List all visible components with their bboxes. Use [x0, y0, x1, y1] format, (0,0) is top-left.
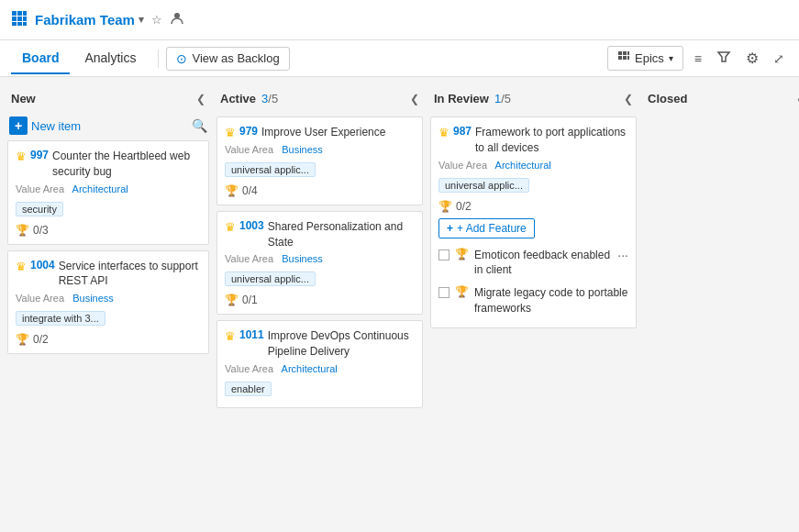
card-1004-crown-icon: ♛: [16, 260, 27, 273]
view-backlog-icon: ⊙: [176, 51, 187, 66]
svg-rect-1: [17, 11, 22, 16]
header-icons: ☆: [151, 11, 184, 28]
app-grid-icon[interactable]: [11, 10, 28, 29]
column-count-active: 3/5: [261, 92, 278, 105]
svg-rect-15: [627, 56, 629, 60]
card-1003-tag: universal applic...: [225, 272, 316, 286]
columns-settings-icon[interactable]: ≡: [691, 48, 705, 70]
new-item-row: + New item 🔍: [7, 116, 209, 135]
feature-more-icon-0[interactable]: ···: [617, 248, 628, 262]
svg-rect-14: [623, 56, 627, 60]
card-997[interactable]: ♛ 997 Counter the Heartbleed web securit…: [7, 140, 209, 245]
card-987-trophy-icon: 🏆: [438, 200, 452, 213]
card-1004-value: Value Area Business: [16, 293, 201, 304]
card-979-tag: universal applic...: [225, 162, 316, 177]
card-997-footer: 🏆 0/3: [16, 224, 201, 237]
tab-analytics[interactable]: Analytics: [73, 43, 147, 74]
view-as-backlog-button[interactable]: ⊙ View as Backlog: [166, 47, 289, 71]
card-997-tag: security: [16, 202, 63, 216]
svg-rect-8: [23, 22, 27, 26]
card-997-value: Value Area Architectural: [16, 183, 201, 194]
search-icon[interactable]: 🔍: [192, 118, 207, 133]
card-979-footer: 🏆 0/4: [225, 184, 415, 197]
svg-rect-5: [23, 17, 27, 21]
epics-button[interactable]: Epics ▾: [607, 46, 683, 71]
card-997-top: ♛ 997 Counter the Heartbleed web securit…: [16, 149, 201, 180]
epics-chevron-icon: ▾: [669, 53, 673, 63]
card-997-trophy-icon: 🏆: [16, 224, 29, 237]
card-987-top: ♛ 987 Framework to port applications to …: [438, 125, 628, 156]
tab-board[interactable]: Board: [11, 43, 70, 74]
svg-point-9: [174, 13, 180, 18]
feature-item-0: 🏆 Emoticon feedback enabled in client ··…: [438, 244, 628, 283]
card-987-value: Value Area Architectural: [438, 160, 628, 171]
feature-checkbox-0[interactable]: [438, 249, 449, 260]
card-1011-crown-icon: ♛: [225, 329, 236, 343]
card-1004[interactable]: ♛ 1004 Service interfaces to support RES…: [7, 250, 209, 355]
column-header-in-review: In Review 1/5 ❮: [430, 86, 637, 111]
card-987-tag: universal applic...: [438, 178, 529, 193]
card-979-top: ♛ 979 Improve User Experience: [225, 125, 415, 140]
nav-right-actions: Epics ▾ ≡ ⚙ ⤢: [607, 46, 788, 71]
feature-checkbox-1[interactable]: [438, 287, 449, 298]
card-1011-value: Value Area Architectural: [225, 363, 415, 374]
column-title-new: New: [11, 92, 36, 105]
feature-crown-icon-0: 🏆: [455, 248, 469, 260]
new-item-plus-icon: +: [9, 116, 28, 135]
add-feature-plus-icon: +: [447, 222, 453, 235]
nav-divider: [158, 50, 159, 68]
column-title-closed: Closed: [648, 92, 687, 105]
card-1004-footer: 🏆 0/2: [16, 333, 201, 346]
collapse-new-icon[interactable]: ❮: [196, 93, 205, 105]
card-979-trophy-icon: 🏆: [225, 184, 239, 197]
svg-rect-3: [12, 17, 17, 21]
add-feature-button[interactable]: + + Add Feature: [438, 218, 535, 238]
column-count-in-review: 1/5: [494, 92, 511, 105]
card-1011-top: ♛ 1011 Improve DevOps Continuous Pipelin…: [225, 328, 415, 360]
card-1011[interactable]: ♛ 1011 Improve DevOps Continuous Pipelin…: [216, 320, 423, 408]
column-active: Active 3/5 ❮ ♛ 979 Improve User Experien…: [216, 86, 423, 414]
card-1004-tag: integrate with 3...: [16, 311, 105, 326]
feature-item-1: 🏆 Migrate legacy code to portable framew…: [438, 282, 628, 320]
settings-icon[interactable]: ⚙: [742, 46, 762, 71]
svg-rect-6: [12, 22, 17, 26]
card-987-footer: 🏆 0/2: [438, 200, 628, 213]
collapse-active-icon[interactable]: ❮: [410, 93, 419, 105]
collapse-in-review-icon[interactable]: ❮: [624, 93, 633, 105]
top-header: Fabrikam Team ▾ ☆: [0, 0, 799, 40]
svg-marker-16: [718, 52, 729, 61]
card-1004-top: ♛ 1004 Service interfaces to support RES…: [16, 259, 201, 290]
column-title-in-review: In Review: [434, 92, 489, 105]
card-987[interactable]: ♛ 987 Framework to port applications to …: [430, 116, 637, 328]
team-name[interactable]: Fabrikam Team ▾: [35, 12, 144, 28]
board: New ❮ + New item 🔍 ♛ 997 Counter the Hea…: [0, 77, 799, 532]
svg-rect-13: [618, 56, 622, 60]
filter-icon[interactable]: [713, 46, 735, 71]
card-1003-trophy-icon: 🏆: [225, 294, 239, 306]
new-item-button[interactable]: + New item: [9, 116, 81, 135]
card-979-value: Value Area Business: [225, 144, 415, 155]
column-closed: Closed ❮: [644, 86, 799, 116]
card-979-crown-icon: ♛: [225, 126, 236, 139]
card-1003-value: Value Area Business: [225, 253, 415, 264]
card-1004-trophy-icon: 🏆: [16, 333, 29, 346]
fullscreen-icon[interactable]: ⤢: [770, 48, 788, 70]
svg-rect-2: [23, 11, 27, 16]
svg-rect-7: [17, 22, 22, 26]
card-1003[interactable]: ♛ 1003 Shared Personalization and State …: [216, 211, 423, 316]
card-1003-crown-icon: ♛: [225, 220, 236, 234]
column-header-active: Active 3/5 ❮: [216, 86, 423, 111]
star-icon[interactable]: ☆: [151, 13, 162, 27]
feature-crown-icon-1: 🏆: [455, 285, 469, 298]
column-in-review: In Review 1/5 ❮ ♛ 987 Framework to port …: [430, 86, 637, 334]
card-979[interactable]: ♛ 979 Improve User Experience Value Area…: [216, 116, 423, 205]
svg-rect-12: [627, 51, 629, 55]
card-1003-footer: 🏆 0/1: [225, 294, 415, 306]
column-new: New ❮ + New item 🔍 ♛ 997 Counter the Hea…: [7, 86, 209, 360]
column-header-closed: Closed ❮: [644, 86, 799, 111]
card-1003-top: ♛ 1003 Shared Personalization and State: [225, 219, 415, 250]
team-chevron-icon: ▾: [139, 14, 144, 26]
person-icon[interactable]: [170, 11, 184, 28]
svg-rect-4: [17, 17, 22, 21]
nav-tabs: Board Analytics ⊙ View as Backlog Epics …: [0, 40, 799, 77]
